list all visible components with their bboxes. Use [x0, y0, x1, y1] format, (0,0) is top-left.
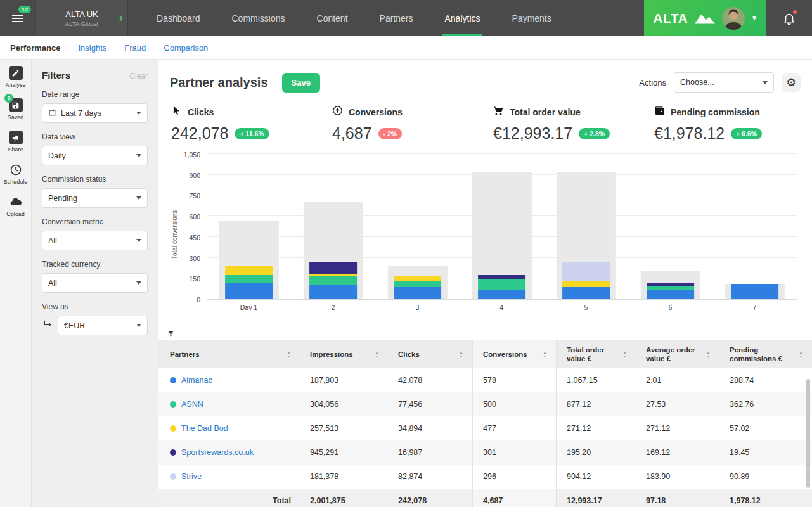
- topnav-item-commissions[interactable]: Commissions: [216, 0, 301, 36]
- rail-item-schedule[interactable]: Schedule: [0, 163, 31, 185]
- partner-link[interactable]: Almanac: [181, 376, 212, 385]
- partner-link[interactable]: Sportsrewards.co.uk: [181, 448, 254, 457]
- partner-link[interactable]: Strive: [181, 472, 202, 481]
- chart-bar-group: [712, 154, 797, 299]
- plot-area: [207, 154, 797, 300]
- kpi-clicks: Clicks242,078+ 11.6%: [170, 104, 318, 144]
- main-content: Partner analysis Save Actions Choose... …: [158, 60, 812, 507]
- column-header-total-order-value[interactable]: Total order value €: [557, 340, 636, 368]
- subtab-fraud[interactable]: Fraud: [124, 43, 146, 53]
- settings-button[interactable]: ⚙: [782, 73, 801, 92]
- sort-icon[interactable]: [706, 351, 711, 358]
- table-row: Sportsrewards.co.uk945,29116,987301195.2…: [158, 440, 812, 465]
- column-header-conversions[interactable]: Conversions: [472, 340, 557, 368]
- filter-funnel-icon[interactable]: [167, 330, 174, 337]
- y-axis-tick: 300: [172, 255, 200, 262]
- account-name: ALTA UK: [65, 10, 98, 19]
- conversions-chart: Total conversions 01503004506007509001,0…: [170, 150, 801, 316]
- profile-dropdown-caret[interactable]: ▼: [751, 15, 757, 22]
- filter-field-data-view: Data viewDaily: [42, 132, 148, 165]
- rail-item-label: Share: [8, 146, 23, 153]
- table-scrollbar-thumb[interactable]: [806, 379, 810, 488]
- column-header-impressions[interactable]: Impressions: [300, 340, 388, 368]
- cell-pending-commissions: 90.89: [719, 472, 812, 481]
- table-total-row: Total2,001,875242,0784,68712,993.1797.18…: [158, 489, 812, 507]
- view-as-select[interactable]: €EUR: [58, 316, 148, 335]
- actions-select[interactable]: Choose...: [674, 72, 774, 93]
- table-row: Almanac187,80342,0785781,067.152.01288.7…: [158, 368, 812, 392]
- tracked-currency-select[interactable]: All: [42, 273, 148, 293]
- sort-icon[interactable]: [459, 351, 463, 358]
- chart-bar-segment-almanac: [225, 283, 273, 299]
- topnav-item-analytics[interactable]: Analytics: [429, 0, 496, 36]
- chart-bar-segment-asnn: [394, 281, 442, 287]
- table-row: Strive181,37882,874296904.12183.9090.89: [158, 465, 812, 489]
- column-header-clicks[interactable]: Clicks: [388, 340, 472, 368]
- chart-bar-segment-sportsrewards-co-uk: [309, 262, 358, 273]
- cell-average-order-value: 27.53: [636, 400, 719, 409]
- date-range-select[interactable]: Last 7 days: [42, 103, 148, 123]
- save-button[interactable]: Save: [282, 73, 320, 93]
- rail-item-upload[interactable]: Upload: [0, 195, 31, 217]
- sort-icon[interactable]: [287, 351, 291, 358]
- partner-cell: Almanac: [158, 376, 300, 385]
- sort-icon[interactable]: [543, 351, 547, 358]
- topnav-item-payments[interactable]: Payments: [496, 0, 567, 36]
- partner-link[interactable]: ASNN: [181, 400, 203, 409]
- clear-filters-button[interactable]: Clear: [129, 72, 148, 80]
- conversion-metric-select[interactable]: All: [42, 231, 148, 250]
- chart-bar-group: [375, 154, 460, 299]
- chart-bar-stack: [394, 276, 442, 299]
- sort-icon[interactable]: [799, 351, 803, 358]
- account-group: ALTA Global: [65, 20, 98, 27]
- cell-pending-commissions: 288.74: [719, 376, 812, 385]
- actions-label: Actions: [639, 78, 666, 87]
- commission-status-select[interactable]: Pending: [42, 188, 148, 208]
- topnav-item-content[interactable]: Content: [301, 0, 364, 36]
- cell-average-order-value: 183.90: [636, 472, 719, 481]
- chart-bar-stack: [309, 262, 358, 299]
- cell-total-order-value: 1,067.15: [557, 376, 636, 385]
- subtab-comparison[interactable]: Comparison: [164, 43, 208, 53]
- chart-bar-segment-almanac: [394, 287, 442, 299]
- sort-icon[interactable]: [375, 351, 379, 358]
- column-header-pending-commissions[interactable]: Pending commissions €: [719, 340, 812, 368]
- partner-link[interactable]: The Dad Bod: [181, 424, 228, 433]
- hamburger-menu-button[interactable]: 12: [0, 0, 35, 36]
- top-bar: 12 ALTA UK ALTA Global › DashboardCommis…: [0, 0, 812, 36]
- kpi-value: €1,978.12: [654, 124, 725, 143]
- cell-impressions: 945,291: [300, 448, 388, 457]
- column-header-average-order-value[interactable]: Average order value €: [636, 340, 719, 368]
- chevron-down-icon: [136, 112, 141, 115]
- kpi-delta-badge: + 2.8%: [579, 128, 610, 139]
- rail-item-saved[interactable]: 6Saved: [0, 98, 31, 120]
- cell-pending-commissions: 57.02: [719, 424, 812, 433]
- subtab-insights[interactable]: Insights: [78, 43, 106, 53]
- account-switcher[interactable]: ALTA UK ALTA Global ›: [35, 0, 128, 36]
- y-axis-tick: 900: [172, 172, 200, 179]
- subtab-performance[interactable]: Performance: [10, 43, 60, 53]
- kpi-delta-badge: + 11.6%: [235, 128, 269, 139]
- rail-item-analyse[interactable]: Analyse: [0, 66, 31, 88]
- kpi-pending-commission: Pending commission€1,978.12+ 0.6%: [640, 104, 801, 144]
- filter-label: Tracked currency: [42, 260, 148, 269]
- filter-field-date-range: Date rangeLast 7 days: [42, 90, 148, 123]
- avatar[interactable]: [722, 7, 745, 30]
- column-header-partners[interactable]: Partners: [158, 340, 300, 368]
- cursor-icon: [171, 105, 182, 119]
- chevron-right-icon: ›: [119, 10, 123, 24]
- kpi-value: 242,078: [171, 124, 228, 143]
- rail-item-share[interactable]: Share: [0, 131, 31, 153]
- partner-color-dot: [170, 377, 176, 383]
- rail-item-label: Upload: [6, 211, 25, 217]
- rail-item-label: Analyse: [5, 82, 25, 88]
- cell-impressions: 181,378: [300, 472, 388, 481]
- chart-bar-stack: [562, 262, 610, 299]
- menu-count-badge: 12: [18, 6, 31, 13]
- sort-icon[interactable]: [622, 351, 627, 358]
- topnav-item-dashboard[interactable]: Dashboard: [141, 0, 216, 36]
- kpi-delta-badge: - 2%: [378, 128, 403, 139]
- notifications-button[interactable]: [766, 0, 812, 36]
- topnav-item-partners[interactable]: Partners: [364, 0, 429, 36]
- data-view-select[interactable]: Daily: [42, 146, 148, 165]
